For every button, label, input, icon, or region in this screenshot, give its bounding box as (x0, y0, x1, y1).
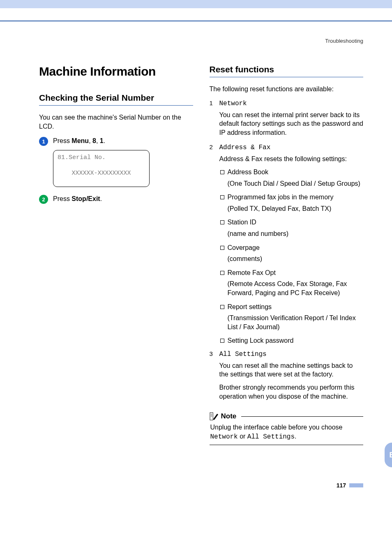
reset-1-body: Network You can reset the internal print… (219, 99, 364, 141)
step-1: 1 Press Menu, 8, 1. (39, 136, 193, 146)
page-title: Machine Information (39, 65, 193, 78)
note-body: Unplug the interface cable before you ch… (210, 420, 364, 445)
b0-detail: (One Touch Dial / Speed Dial / Setup Gro… (228, 179, 364, 188)
page-number-bar (349, 483, 363, 487)
page-number: 117 (337, 482, 346, 489)
lcd-line-2: XXXXXX-XXXXXXXXX (58, 169, 145, 178)
b2-detail: (name and numbers) (228, 229, 364, 238)
section-heading-reset: Reset functions (210, 65, 364, 77)
b4-detail: (Remote Access Code, Fax Storage, Fax Fo… (228, 279, 364, 297)
step-1-text: Press Menu, 8, 1. (53, 136, 105, 145)
step-1-icon: 1 (39, 137, 48, 146)
note-suffix: . (295, 433, 296, 440)
note-pencil-icon (210, 412, 219, 420)
reset-2-label: Address & Fax (219, 144, 271, 151)
reset-item-1: 1 Network You can reset the internal pri… (210, 99, 364, 141)
left-column: Machine Information Checking the Serial … (39, 65, 193, 445)
step1-suffix: . (104, 137, 105, 144)
bullet-coverpage: Coverpage (219, 243, 364, 252)
section-heading-serial: Checking the Serial Number (39, 93, 193, 106)
b5-title: Report settings (228, 303, 272, 310)
step-2: 2 Press Stop/Exit. (39, 194, 193, 204)
note-pre: Unplug the interface cable before you ch… (210, 424, 343, 431)
serial-intro: You can see the machine's Serial Number … (39, 113, 193, 131)
note-mono1: Network (210, 433, 238, 441)
reset-numbered-list: 1 Network You can reset the internal pri… (210, 99, 364, 405)
step2-suffix: . (100, 195, 102, 202)
reset-intro: The following reset functions are availa… (210, 85, 364, 94)
note-label: Note (221, 412, 237, 420)
b2-title: Station ID (228, 219, 256, 226)
side-tab: B (385, 443, 392, 467)
step1-m2: , (96, 137, 100, 144)
reset-3-text2: Brother strongly recommends you perform … (219, 383, 364, 401)
b3-detail: (comments) (228, 254, 364, 263)
step1-prefix: Press (53, 137, 71, 144)
step1-menu: Menu (71, 137, 89, 144)
step2-prefix: Press (53, 195, 71, 202)
note-mid: or (238, 433, 247, 440)
step2-stopexit: Stop/Exit (71, 195, 100, 202)
reset-1-label: Network (219, 100, 247, 107)
reset-2-number: 2 (210, 143, 215, 348)
reset-3-body: All Settings You can reset all the machi… (219, 350, 364, 405)
note-header: Note (210, 412, 364, 420)
step1-m1: , (89, 137, 92, 144)
lcd-line-1: 81.Serial No. (58, 153, 145, 163)
header-rule (0, 21, 392, 21)
reset-1-number: 1 (210, 99, 215, 141)
reset-3-number: 3 (210, 350, 215, 405)
bullet-address-book: Address Book (219, 168, 364, 177)
reset-item-3: 3 All Settings You can reset all the mac… (210, 350, 364, 405)
note-head-rule (241, 416, 363, 417)
b1-title: Programmed fax jobs in the memory (228, 194, 334, 201)
running-head: Troubleshooting (39, 38, 363, 44)
bullet-remote-fax-opt: Remote Fax Opt (219, 268, 364, 277)
reset-3-text: You can reset all the machine settings b… (219, 361, 364, 379)
lcd-blank (58, 163, 145, 169)
bullet-report-settings: Report settings (219, 302, 364, 312)
lcd-blank-2 (58, 178, 145, 184)
reset-item-2: 2 Address & Fax Address & Fax resets the… (210, 143, 364, 348)
step-2-text: Press Stop/Exit. (53, 194, 102, 203)
b1-detail: (Polled TX, Delayed Fax, Batch TX) (228, 204, 364, 213)
reset-2-text: Address & Fax resets the following setti… (219, 155, 364, 164)
page-footer: 117 (39, 482, 363, 489)
reset-1-text: You can reset the internal print server … (219, 111, 364, 137)
top-color-bar (0, 0, 392, 8)
bullet-station-id: Station ID (219, 218, 364, 227)
bullet-setting-lock: Setting Lock password (219, 336, 364, 345)
step-2-icon: 2 (39, 195, 48, 204)
reset-2-body: Address & Fax Address & Fax resets the f… (219, 143, 364, 348)
b0-title: Address Book (228, 169, 269, 175)
header-space (0, 8, 392, 21)
b6-title: Setting Lock password (228, 337, 294, 344)
right-column: Reset functions The following reset func… (210, 65, 364, 445)
step1-1: 1 (100, 137, 104, 144)
reset-2-bullets: Address Book (One Touch Dial / Speed Dia… (219, 168, 364, 345)
note-mono2: All Settings (247, 433, 295, 441)
b5-detail: (Transmission Verification Report / Tel … (228, 314, 364, 331)
lcd-display: 81.Serial No. XXXXXX-XXXXXXXXX (53, 150, 150, 187)
step1-8: 8 (92, 137, 96, 144)
reset-3-label: All Settings (219, 351, 267, 358)
b4-title: Remote Fax Opt (228, 269, 276, 276)
note-box: Note Unplug the interface cable before y… (210, 412, 364, 445)
b3-title: Coverpage (228, 244, 260, 251)
bullet-programmed-fax: Programmed fax jobs in the memory (219, 193, 364, 202)
page-content: Troubleshooting Machine Information Chec… (0, 38, 392, 513)
two-column-layout: Machine Information Checking the Serial … (39, 65, 363, 445)
